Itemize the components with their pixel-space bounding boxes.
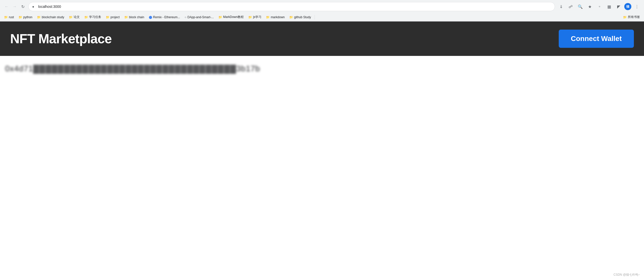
folder-icon: 📁 [289, 15, 293, 19]
app-header: NFT Marketplace Connect Wallet [0, 21, 644, 56]
bookmark-rust[interactable]: 📁 rust [2, 15, 16, 20]
folder-icon: 📁 [37, 15, 41, 19]
bookmark-label: github Study [294, 15, 311, 19]
profile-button[interactable]: 猫 [624, 3, 631, 10]
folder-icon: 📁 [248, 15, 252, 19]
folder-icon: 📁 [106, 15, 110, 19]
folder-icon: 📁 [218, 15, 222, 19]
browser-toolbar: ← → ↻ ● localhost:3000 ⇓ ☍ 🔍 ★ ▫ ▦ ◤ 猫 ⋮ [0, 0, 644, 13]
download-icon-button[interactable]: ⇓ [557, 3, 565, 11]
bookmark-jsxuexi[interactable]: 📁 js学习 [246, 14, 263, 20]
folder-icon: 📁 [266, 15, 270, 19]
bookmark-label: rust [9, 15, 14, 19]
bookmarks-all-label: 所有书签 [628, 15, 640, 19]
browser-chrome: ← → ↻ ● localhost:3000 ⇓ ☍ 🔍 ★ ▫ ▦ ◤ 猫 ⋮… [0, 0, 644, 21]
bookmark-xuexirenwu[interactable]: 📁 学习任务 [82, 14, 103, 20]
bookmark-star-button[interactable]: ★ [586, 3, 594, 11]
folder-icon: 📁 [623, 15, 627, 19]
remix-icon: ⬤ [149, 15, 152, 19]
folder-icon: 📁 [18, 15, 22, 19]
folder-icon: 📁 [4, 15, 8, 19]
zoom-icon-button[interactable]: 🔍 [576, 3, 584, 11]
connect-wallet-button[interactable]: Connect Wallet [559, 30, 634, 48]
forward-button[interactable]: → [11, 3, 18, 10]
menu-button[interactable]: ⋮ [633, 3, 641, 11]
footer-watermark: CSDN @猫七咋鸣~ [613, 273, 640, 277]
bookmark-label: 论文 [74, 15, 80, 19]
bookmark-lunwen[interactable]: 📁 论文 [67, 14, 82, 20]
bookmark-label: MarkDown教程 [223, 15, 244, 19]
bookmark-blockchain[interactable]: 📁 block chain [122, 15, 146, 20]
bookmark-project[interactable]: 📁 project [104, 15, 122, 20]
github-icon: ○ [185, 15, 186, 19]
bookmark-label: 学习任务 [89, 15, 101, 19]
lock-icon: ● [32, 5, 36, 9]
tab-manager-button[interactable]: ▦ [605, 3, 613, 11]
bookmark-blockchain-study[interactable]: 📁 blockchain study [35, 15, 66, 20]
bookmark-github-study[interactable]: 📁 github Study [287, 15, 313, 20]
bookmarks-divider [315, 15, 315, 19]
extensions-button[interactable]: ▫ [595, 3, 604, 11]
bookmark-label: markdown [271, 15, 285, 19]
back-button[interactable]: ← [3, 3, 10, 10]
toolbar-icons: ⇓ ☍ 🔍 ★ ▫ ▦ ◤ 猫 ⋮ [557, 3, 641, 11]
bookmark-label: block chain [129, 15, 144, 19]
split-screen-button[interactable]: ◤ [615, 3, 623, 11]
bookmark-label: project [111, 15, 120, 19]
bookmark-markdown[interactable]: 📁 markdown [264, 15, 287, 20]
bookmark-label: python [23, 15, 32, 19]
page-title: NFT Marketplace [10, 31, 112, 46]
bookmark-remix[interactable]: ⬤ Remix - Ethereum... [147, 15, 182, 20]
bookmark-dapp[interactable]: ○ DApp-and-Smart-... [183, 15, 216, 20]
translate-icon-button[interactable]: ☍ [567, 3, 575, 11]
bookmarks-all-button[interactable]: 📁 所有书签 [621, 14, 642, 20]
folder-icon: 📁 [124, 15, 128, 19]
bookmark-label: DApp-and-Smart-... [188, 15, 214, 19]
address-bar[interactable]: ● localhost:3000 [28, 2, 555, 11]
nav-buttons: ← → ↻ [3, 3, 26, 10]
wallet-address: 0x4d71▓▓▓▓▓▓▓▓▓▓▓▓▓▓▓▓▓▓▓▓▓▓▓▓▓▓▓▓▓▓▓▓▓3… [5, 64, 639, 73]
bookmark-markdown-jiaocheng[interactable]: 📁 MarkDown教程 [216, 14, 246, 20]
folder-icon: 📁 [84, 15, 88, 19]
bookmark-label: js学习 [253, 15, 261, 19]
bookmark-python[interactable]: 📁 python [16, 15, 34, 20]
reload-button[interactable]: ↻ [19, 3, 26, 10]
bookmarks-bar: 📁 rust 📁 python 📁 blockchain study 📁 论文 … [0, 13, 644, 21]
app-content: 0x4d71▓▓▓▓▓▓▓▓▓▓▓▓▓▓▓▓▓▓▓▓▓▓▓▓▓▓▓▓▓▓▓▓▓3… [0, 56, 644, 81]
bookmark-label: Remix - Ethereum... [153, 15, 180, 19]
url-text: localhost:3000 [38, 5, 551, 9]
bookmark-label: blockchain study [42, 15, 64, 19]
folder-icon: 📁 [69, 15, 73, 19]
